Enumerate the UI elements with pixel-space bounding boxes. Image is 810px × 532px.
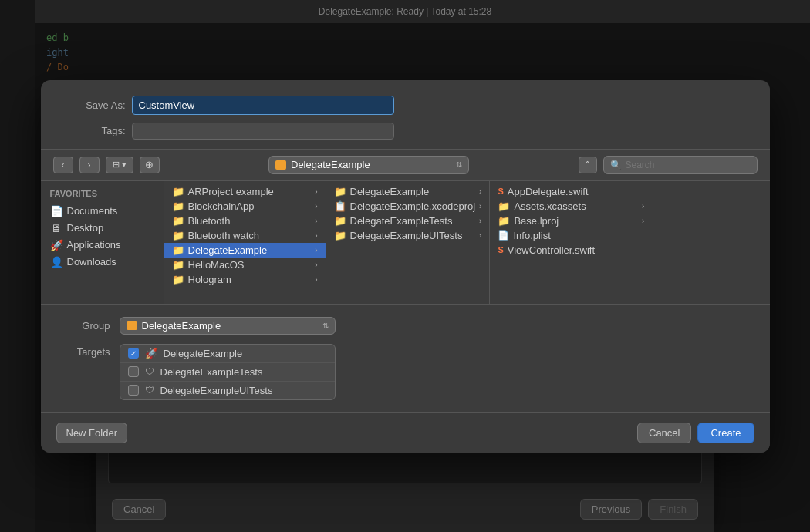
- target-checkbox-delegate[interactable]: [128, 348, 139, 359]
- file-name: Info.plist: [513, 230, 550, 241]
- target-label: DelegateExample: [164, 348, 243, 359]
- shield-icon: 🛡: [145, 366, 154, 377]
- file-item[interactable]: 📁 Hologram ›: [164, 272, 326, 287]
- file-name: HelloMacOS: [188, 259, 245, 271]
- file-item[interactable]: 📁 Assets.xcassets ›: [490, 199, 652, 214]
- targets-label: Targets: [64, 344, 110, 358]
- cancel-button[interactable]: Cancel: [637, 423, 691, 443]
- file-column-1: 📁 ARProject example › 📁 BlockchainApp › …: [164, 181, 326, 304]
- expand-button[interactable]: ⌃: [579, 157, 597, 173]
- file-item[interactable]: 📋 DelegateExample.xcodeproj ›: [326, 199, 490, 214]
- folder-icon: 📁: [334, 230, 346, 241]
- file-name: Assets.xcassets: [514, 200, 586, 212]
- file-name: ARProject example: [188, 186, 274, 197]
- location-select[interactable]: DelegateExample ⇅: [268, 156, 469, 174]
- folder-icon: 📁: [172, 215, 184, 227]
- file-item[interactable]: S ViewController.swift: [490, 243, 652, 258]
- swift-icon: S: [498, 245, 503, 254]
- back-icon: ‹: [62, 160, 65, 170]
- folder-add-icon: ⊕: [145, 159, 154, 170]
- target-item-delegate[interactable]: 🚀 DelegateExample: [120, 345, 335, 363]
- file-item[interactable]: 📁 DelegateExampleTests ›: [326, 214, 490, 228]
- folder-icon: 📁: [172, 259, 184, 271]
- forward-button[interactable]: ›: [79, 157, 100, 173]
- file-name: DelegateExample: [350, 186, 430, 197]
- group-label: Group: [64, 320, 110, 332]
- target-item-uitests[interactable]: 🛡 DelegateExampleUITests: [120, 382, 335, 399]
- file-item[interactable]: 📁 Bluetooth watch ›: [164, 228, 326, 243]
- folder-icon: 📁: [172, 274, 184, 285]
- group-targets-section: Group DelegateExample ⇅ Targets 🚀 Delega…: [41, 305, 770, 412]
- file-item[interactable]: 📁 BlockchainApp ›: [164, 199, 326, 214]
- target-checkbox-tests[interactable]: [128, 366, 139, 377]
- group-folder-icon: [127, 321, 137, 330]
- arrow-icon: ›: [315, 187, 317, 196]
- sidebar-item-documents[interactable]: 📄 Documents: [41, 203, 164, 220]
- file-name: DelegateExampleUITests: [350, 230, 463, 241]
- view-button[interactable]: ⊞ ▾: [106, 157, 133, 173]
- file-item[interactable]: 📄 Info.plist: [490, 228, 652, 243]
- group-select[interactable]: DelegateExample ⇅: [120, 317, 336, 335]
- file-name: BlockchainApp: [188, 200, 255, 212]
- save-as-input[interactable]: [132, 96, 394, 115]
- target-label: DelegateExampleTests: [160, 366, 263, 378]
- tags-input[interactable]: [132, 123, 394, 140]
- location-arrows-icon: ⇅: [456, 160, 462, 169]
- applications-icon: 🚀: [50, 239, 62, 251]
- arrow-icon: ›: [315, 246, 317, 254]
- sidebar-item-applications[interactable]: 🚀 Applications: [41, 237, 164, 254]
- desktop-icon: 🖥: [50, 222, 62, 234]
- file-browser: Favorites 📄 Documents 🖥 Desktop 🚀 Applic…: [41, 181, 770, 305]
- folder-icon: 📁: [172, 244, 184, 256]
- sidebar-item-desktop[interactable]: 🖥 Desktop: [41, 220, 164, 237]
- search-icon: 🔍: [610, 160, 622, 170]
- create-button[interactable]: Create: [697, 423, 754, 443]
- file-name: AppDelegate.swift: [508, 186, 589, 197]
- file-item[interactable]: 📁 Base.lproj ›: [490, 214, 652, 228]
- sidebar-item-downloads[interactable]: 👤 Downloads: [41, 254, 164, 271]
- file-item[interactable]: 📁 ARProject example ›: [164, 184, 326, 199]
- swift-icon: S: [498, 187, 503, 196]
- target-item-tests[interactable]: 🛡 DelegateExampleTests: [120, 363, 335, 382]
- folder-icon: 📁: [334, 186, 346, 197]
- sidebar-item-label: Applications: [67, 239, 121, 251]
- folder-icon: 📁: [172, 230, 184, 241]
- new-folder-button[interactable]: New Folder: [56, 423, 127, 443]
- arrow-icon: ›: [479, 187, 481, 196]
- folder-icon: 📁: [172, 200, 184, 212]
- dialog-bottom: New Folder Cancel Create: [41, 412, 770, 453]
- view-grid-icon: ⊞: [113, 160, 120, 170]
- folder-icon: 📁: [334, 215, 346, 227]
- targets-row: Targets 🚀 DelegateExample 🛡 DelegateExam…: [64, 344, 747, 400]
- search-box: 🔍: [603, 156, 758, 174]
- tags-label: Tags:: [64, 125, 126, 136]
- plist-icon: 📄: [498, 230, 509, 241]
- arrow-icon: ›: [479, 217, 481, 225]
- save-as-label: Save As:: [64, 99, 126, 111]
- arrow-icon: ›: [315, 217, 317, 225]
- sidebar-item-label: Desktop: [67, 222, 104, 234]
- group-select-arrows-icon: ⇅: [322, 322, 329, 330]
- shield-icon: 🛡: [145, 385, 154, 396]
- arrow-icon: ›: [479, 231, 481, 240]
- save-dialog: Save As: Tags: ‹ › ⊞ ▾ ⊕: [41, 80, 770, 453]
- xcodeproj-icon: 📋: [334, 200, 346, 212]
- search-input[interactable]: [626, 160, 751, 170]
- file-item[interactable]: 📁 HelloMacOS ›: [164, 258, 326, 272]
- new-folder-toolbar-button[interactable]: ⊕: [140, 157, 160, 173]
- file-name: ViewController.swift: [508, 244, 595, 256]
- file-item[interactable]: S AppDelegate.swift: [490, 184, 652, 199]
- back-button[interactable]: ‹: [53, 157, 73, 173]
- file-item[interactable]: 📁 Bluetooth ›: [164, 214, 326, 228]
- file-item-selected[interactable]: 📁 DelegateExample ›: [164, 243, 326, 258]
- sidebar-item-label: Documents: [67, 205, 118, 217]
- file-item[interactable]: 📁 DelegateExampleUITests ›: [326, 228, 490, 243]
- file-name: DelegateExample.xcodeproj: [350, 200, 476, 212]
- view-dropdown-icon: ▾: [122, 160, 127, 170]
- arrow-icon: ›: [315, 202, 317, 210]
- tags-row: Tags:: [41, 123, 770, 149]
- file-item[interactable]: 📁 DelegateExample ›: [326, 184, 490, 199]
- arrow-icon: ›: [642, 217, 644, 225]
- target-checkbox-uitests[interactable]: [128, 385, 139, 396]
- documents-icon: 📄: [50, 205, 62, 217]
